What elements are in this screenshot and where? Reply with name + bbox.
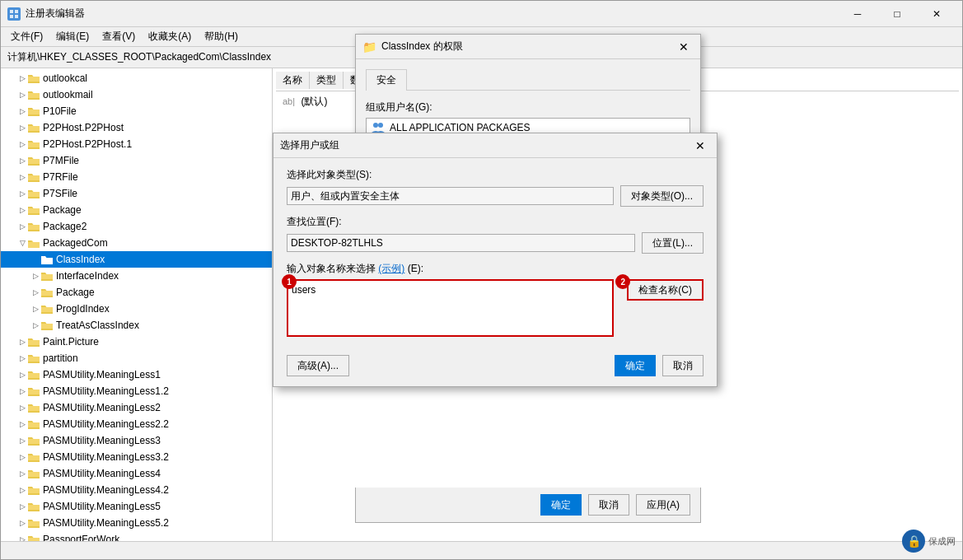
registry-tree[interactable]: ▷ outlookcal ▷ outlookmail ▷ bbox=[1, 68, 273, 541]
tree-item-pasm3[interactable]: ▷ PASMUtility.MeaningLess3 bbox=[1, 432, 272, 449]
location-label: 查找位置(F): bbox=[287, 215, 704, 229]
tree-item-pasm1[interactable]: ▷ PASMUtility.MeaningLess1 bbox=[1, 366, 272, 383]
tree-item-pasm42[interactable]: ▷ PASMUtility.MeaningLess4.2 bbox=[1, 482, 272, 498]
tree-item-pasm22[interactable]: ▷ PASMUtility.MeaningLess2.2 bbox=[1, 416, 272, 432]
permissions-dialog-title: ClassIndex 的权限 bbox=[381, 40, 463, 54]
tree-item-label: Package bbox=[43, 204, 82, 216]
menu-file[interactable]: 文件(F) bbox=[4, 28, 49, 45]
expand-arrow: ▷ bbox=[17, 485, 27, 495]
tree-item-outlookcal[interactable]: ▷ outlookcal bbox=[1, 70, 272, 86]
tree-item-p2phost[interactable]: ▷ P2PHost.P2PHost bbox=[1, 119, 272, 136]
select-user-dialog[interactable]: 选择用户或组 ✕ 选择此对象类型(S): 对象类型(O)... 查找位置(F): bbox=[273, 133, 718, 387]
permissions-close-button[interactable]: ✕ bbox=[674, 37, 694, 57]
tree-item-outlookmail[interactable]: ▷ outlookmail bbox=[1, 86, 272, 103]
tree-item-pasm12[interactable]: ▷ PASMUtility.MeaningLess1.2 bbox=[1, 383, 272, 399]
tree-item-label: ProgIdIndex bbox=[56, 303, 110, 315]
tree-item-treatasclassindex[interactable]: ▷ TreatAsClassIndex bbox=[1, 317, 272, 334]
tree-item-p7sfile[interactable]: ▷ P7SFile bbox=[1, 185, 272, 202]
app-icon bbox=[7, 7, 21, 21]
tree-item-passportforwork[interactable]: ▷ PassportForWork bbox=[1, 531, 272, 541]
expand-arrow: ▷ bbox=[17, 353, 27, 363]
close-button[interactable]: ✕ bbox=[918, 2, 956, 26]
expand-arrow: ▷ bbox=[17, 106, 27, 116]
name-column-header[interactable]: 名称 bbox=[276, 72, 310, 89]
folder-icon bbox=[40, 320, 54, 331]
select-user-ok-button[interactable]: 确定 bbox=[615, 355, 656, 376]
select-user-cancel-button[interactable]: 取消 bbox=[662, 355, 704, 376]
menu-help[interactable]: 帮助(H) bbox=[198, 28, 245, 45]
expand-arrow-packagedcom: ▽ bbox=[17, 238, 27, 248]
expand-arrow: ▷ bbox=[17, 452, 27, 462]
badge-1: 1 bbox=[282, 274, 297, 289]
location-input[interactable] bbox=[287, 234, 635, 252]
tree-item-pasm32[interactable]: ▷ PASMUtility.MeaningLess3.2 bbox=[1, 449, 272, 465]
tree-item-pasm4[interactable]: ▷ PASMUtility.MeaningLess4 bbox=[1, 465, 272, 482]
folder-icon bbox=[27, 534, 40, 541]
expand-arrow: ▷ bbox=[17, 139, 27, 149]
tree-item-partition[interactable]: ▷ partition bbox=[1, 350, 272, 366]
tree-item-pasm52[interactable]: ▷ PASMUtility.MeaningLess5.2 bbox=[1, 515, 272, 531]
expand-arrow: ▷ bbox=[30, 271, 40, 281]
tree-item-label: PASMUtility.MeaningLess5 bbox=[43, 501, 161, 512]
tab-security[interactable]: 安全 bbox=[366, 69, 407, 91]
svg-rect-1 bbox=[15, 10, 18, 13]
location-button[interactable]: 位置(L)... bbox=[642, 232, 704, 254]
object-type-button[interactable]: 对象类型(O)... bbox=[620, 185, 704, 207]
permissions-folder-icon: 📁 bbox=[362, 40, 376, 54]
expand-arrow: ▷ bbox=[17, 172, 27, 182]
tree-item-interfaceindex[interactable]: ▷ InterfaceIndex bbox=[1, 268, 272, 284]
type-column-header[interactable]: 类型 bbox=[310, 72, 344, 89]
tree-item-package2[interactable]: ▷ Package2 bbox=[1, 218, 272, 235]
advanced-button[interactable]: 高级(A)... bbox=[287, 355, 349, 376]
tree-item-package-child[interactable]: ▷ Package bbox=[1, 284, 272, 301]
tree-item-package[interactable]: ▷ Package bbox=[1, 202, 272, 218]
menu-favorites[interactable]: 收藏夹(A) bbox=[142, 28, 198, 45]
check-names-button[interactable]: 检查名称(C) bbox=[627, 279, 704, 301]
expand-arrow: ▷ bbox=[17, 156, 27, 166]
maximize-button[interactable]: □ bbox=[878, 2, 916, 26]
window-title: 注册表编辑器 bbox=[26, 7, 85, 21]
object-type-input[interactable] bbox=[287, 187, 614, 205]
names-example-link[interactable]: (示例) bbox=[378, 263, 404, 274]
tree-item-label: P7MFile bbox=[43, 155, 79, 166]
minimize-button[interactable]: ─ bbox=[839, 2, 877, 26]
tree-item-p2phost1[interactable]: ▷ P2PHost.P2PHost.1 bbox=[1, 136, 272, 152]
location-section: 查找位置(F): 位置(L)... bbox=[287, 215, 704, 254]
folder-icon bbox=[27, 122, 40, 133]
tree-item-classindex[interactable]: ClassIndex bbox=[1, 251, 272, 268]
tree-item-pasm5[interactable]: ▷ PASMUtility.MeaningLess5 bbox=[1, 498, 272, 515]
folder-icon bbox=[40, 270, 54, 282]
tree-item-p7mfile[interactable]: ▷ P7MFile bbox=[1, 152, 272, 169]
tree-item-label: PASMUtility.MeaningLess2.2 bbox=[43, 418, 169, 430]
expand-arrow: ▷ bbox=[17, 436, 27, 446]
menu-edit[interactable]: 编辑(E) bbox=[49, 28, 96, 45]
expand-arrow: ▷ bbox=[17, 189, 27, 198]
names-input-field[interactable]: users bbox=[287, 279, 614, 337]
svg-point-4 bbox=[373, 123, 378, 128]
tree-item-packagedcom[interactable]: ▽ PackagedCom bbox=[1, 235, 272, 251]
select-user-dialog-title: 选择用户或组 bbox=[280, 138, 339, 152]
tree-item-label: P2PHost.P2PHost.1 bbox=[43, 138, 132, 150]
tree-item-pasm2[interactable]: ▷ PASMUtility.MeaningLess2 bbox=[1, 399, 272, 416]
select-user-close-button[interactable]: ✕ bbox=[690, 136, 710, 156]
menu-view[interactable]: 查看(V) bbox=[96, 28, 142, 45]
tree-item-label: P2PHost.P2PHost bbox=[43, 122, 124, 133]
tree-item-paintpicture[interactable]: ▷ Paint.Picture bbox=[1, 334, 272, 350]
tree-item-progidindex[interactable]: ▷ ProgIdIndex bbox=[1, 301, 272, 317]
folder-icon bbox=[27, 188, 40, 199]
tree-item-label: P7RFile bbox=[43, 171, 78, 183]
tree-item-label: PASMUtility.MeaningLess5.2 bbox=[43, 517, 169, 529]
tree-item-p7rfile[interactable]: ▷ P7RFile bbox=[1, 169, 272, 185]
folder-icon bbox=[40, 287, 54, 298]
tree-item-label: PASMUtility.MeaningLess1.2 bbox=[43, 385, 169, 397]
ok-cancel-row: 确定 取消 bbox=[615, 355, 704, 376]
folder-icon bbox=[27, 171, 40, 183]
folder-icon bbox=[27, 517, 40, 529]
svg-rect-3 bbox=[15, 15, 18, 18]
watermark-icon: 🔒 bbox=[902, 530, 925, 553]
tree-item-label: ClassIndex bbox=[56, 254, 105, 265]
object-type-section: 选择此对象类型(S): 对象类型(O)... bbox=[287, 168, 704, 207]
tree-item-label: Paint.Picture bbox=[43, 336, 99, 348]
tree-item-label: PassportForWork bbox=[43, 534, 119, 541]
tree-item-p10file[interactable]: ▷ P10File bbox=[1, 103, 272, 119]
